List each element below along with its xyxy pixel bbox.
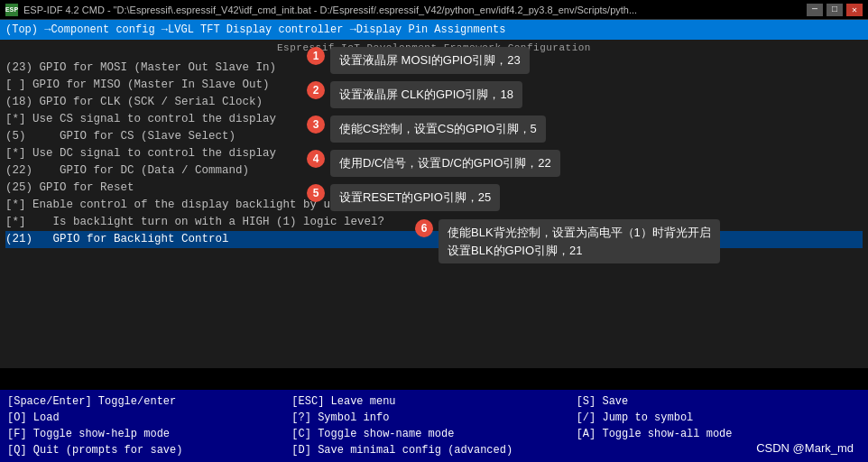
app-icon: ESP: [5, 4, 18, 16]
breadcrumb-bar: (Top) →Component config →LVGL TFT Displa…: [0, 20, 868, 40]
status-item-col1-2: [F] Toggle show-help mode: [7, 426, 291, 442]
status-item-col1-3: [Q] Quit (prompts for save): [7, 442, 291, 458]
breadcrumb: (Top) →Component config →LVGL TFT Displa…: [5, 23, 506, 36]
status-bar: [Space/Enter] Toggle/enter[O] Load[F] To…: [0, 390, 868, 462]
annotation-number-6: 6: [415, 219, 433, 237]
close-button[interactable]: ✕: [846, 4, 863, 16]
status-item-col2-2: [C] Toggle show-name mode: [291, 426, 576, 442]
status-col-2: [ESC] Leave menu[?] Symbol info[C] Toggl…: [291, 393, 576, 458]
minimize-button[interactable]: ─: [807, 4, 823, 16]
annotation-number-3: 3: [307, 116, 325, 134]
annotation-bubble-2: 设置液晶屏 CLK的GPIO引脚，18: [330, 81, 522, 108]
annotation-1: 1设置液晶屏 MOSI的GPIO引脚，23: [307, 47, 530, 74]
status-item-col1-1: [O] Load: [7, 410, 291, 426]
status-item-col3-2: [A] Toggle show-all mode: [577, 426, 861, 442]
annotation-number-4: 4: [307, 150, 325, 168]
csdn-watermark: CSDN @Mark_md: [756, 441, 854, 455]
status-item-col3-0: [S] Save: [577, 393, 861, 410]
annotation-bubble-1: 设置液晶屏 MOSI的GPIO引脚，23: [330, 47, 530, 74]
window-title: ESP-IDF 4.2 CMD - "D:\Espressif\.espress…: [23, 5, 637, 15]
status-item-col3-1: [/] Jump to symbol: [577, 410, 861, 426]
main-terminal: (23) GPIO for MOSI (Master Out Slave In)…: [0, 56, 868, 368]
status-item-col2-0: [ESC] Leave menu: [291, 393, 576, 410]
status-item-col2-3: [D] Save minimal config (advanced): [291, 442, 576, 458]
annotation-2: 2设置液晶屏 CLK的GPIO引脚，18: [307, 81, 522, 108]
status-item-col2-1: [?] Symbol info: [291, 410, 576, 426]
annotation-number-1: 1: [307, 47, 325, 65]
annotation-5: 5设置RESET的GPIO引脚，25: [307, 184, 500, 211]
annotation-6: 6使能BLK背光控制，设置为高电平（1）时背光开启设置BLK的GPIO引脚，21: [415, 219, 720, 263]
annotation-4: 4使用D/C信号，设置D/C的GPIO引脚，22: [307, 150, 560, 177]
window-controls[interactable]: ─ □ ✕: [807, 4, 863, 16]
annotation-bubble-5: 设置RESET的GPIO引脚，25: [330, 184, 500, 211]
status-col-1: [Space/Enter] Toggle/enter[O] Load[F] To…: [7, 393, 291, 458]
title-bar-left: ESP ESP-IDF 4.2 CMD - "D:\Espressif\.esp…: [5, 4, 637, 16]
status-item-col1-0: [Space/Enter] Toggle/enter: [7, 393, 291, 410]
annotation-number-2: 2: [307, 81, 325, 99]
annotation-bubble-3: 使能CS控制，设置CS的GPIO引脚，5: [330, 116, 546, 143]
annotation-3: 3使能CS控制，设置CS的GPIO引脚，5: [307, 116, 546, 143]
annotation-bubble-6: 使能BLK背光控制，设置为高电平（1）时背光开启设置BLK的GPIO引脚，21: [439, 219, 720, 263]
title-bar: ESP ESP-IDF 4.2 CMD - "D:\Espressif\.esp…: [0, 0, 868, 20]
annotation-number-5: 5: [307, 184, 325, 202]
maximize-button[interactable]: □: [826, 4, 843, 16]
annotation-bubble-4: 使用D/C信号，设置D/C的GPIO引脚，22: [330, 150, 560, 177]
